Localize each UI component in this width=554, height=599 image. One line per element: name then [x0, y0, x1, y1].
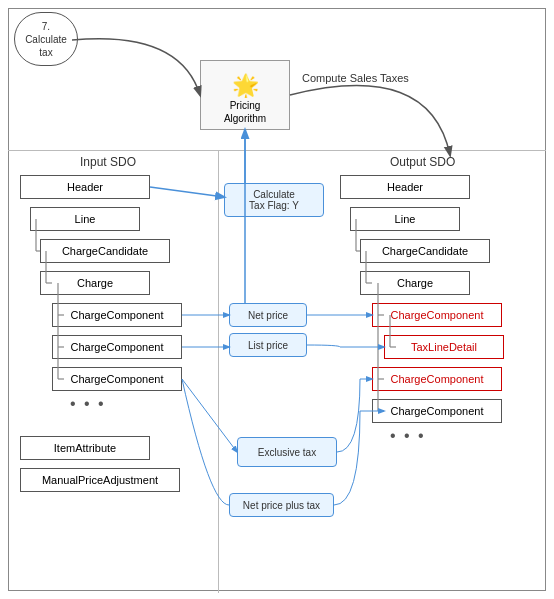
pricing-algo-icon: 🌟	[232, 75, 259, 97]
net-price-callout: Net price	[229, 303, 307, 327]
pricing-algo-label: PricingAlgorithm	[224, 99, 266, 125]
calculate-tax-flag-callout: Calculate Tax Flag: Y	[224, 183, 324, 217]
input-line-node: Line	[30, 207, 140, 231]
output-header-node: Header	[340, 175, 470, 199]
calculate-tax-label: 7. Calculate tax	[25, 20, 67, 59]
input-dots: • • •	[70, 395, 106, 413]
input-chargecandidate-node: ChargeCandidate	[40, 239, 170, 263]
output-chargecomponent-1-node: ChargeComponent	[372, 303, 502, 327]
output-chargecandidate-node: ChargeCandidate	[360, 239, 490, 263]
list-price-callout: List price	[229, 333, 307, 357]
input-chargecomponent-3-node: ChargeComponent	[52, 367, 182, 391]
output-dots: • • •	[390, 427, 426, 445]
output-chargecomponent-3-node: ChargeComponent	[372, 399, 502, 423]
input-chargecomponent-2-node: ChargeComponent	[52, 335, 182, 359]
net-price-plus-tax-callout: Net price plus tax	[229, 493, 334, 517]
input-chargecomponent-1-node: ChargeComponent	[52, 303, 182, 327]
output-sdo-label: Output SDO	[390, 155, 455, 169]
input-header-node: Header	[20, 175, 150, 199]
vertical-divider	[218, 150, 219, 593]
calculate-tax-bubble: 7. Calculate tax	[14, 12, 78, 66]
exclusive-tax-callout: Exclusive tax	[237, 437, 337, 467]
compute-sales-taxes-label: Compute Sales Taxes	[302, 72, 409, 84]
section-divider	[8, 150, 546, 151]
output-chargecomponent-2-node: ChargeComponent	[372, 367, 502, 391]
input-itemattribute-node: ItemAttribute	[20, 436, 150, 460]
input-charge-node: Charge	[40, 271, 150, 295]
output-taxlinedetail-node: TaxLineDetail	[384, 335, 504, 359]
input-manualprice-node: ManualPriceAdjustment	[20, 468, 180, 492]
output-charge-node: Charge	[360, 271, 470, 295]
input-sdo-label: Input SDO	[80, 155, 136, 169]
pricing-algorithm-box: 🌟 PricingAlgorithm	[200, 60, 290, 130]
output-line-node: Line	[350, 207, 460, 231]
